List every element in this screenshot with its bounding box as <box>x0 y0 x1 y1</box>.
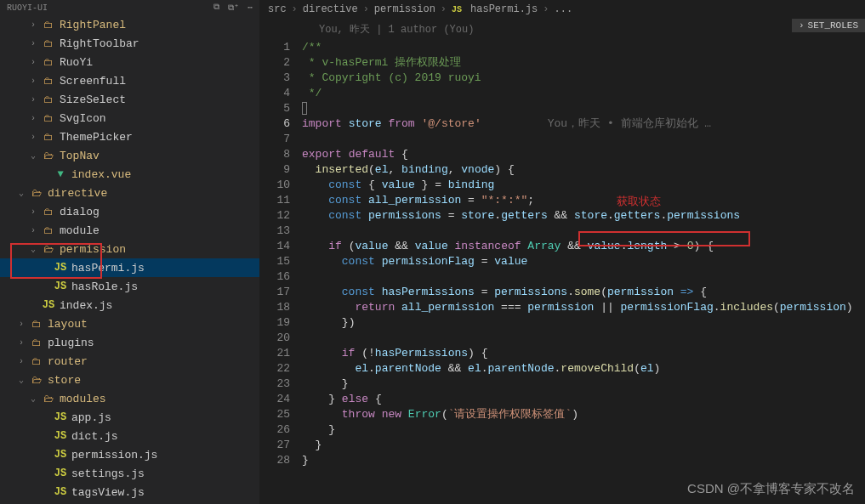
code-content[interactable]: /** * v-hasPermi 操作权限处理 * Copyright (c) … <box>302 40 865 504</box>
tree-item-label: router <box>48 355 88 368</box>
tree-item-permission[interactable]: ⌄🗁permission <box>0 240 259 258</box>
tree-item-dict-js[interactable]: JSdict.js <box>0 427 259 445</box>
line-gutter: 1234567891011121314151617181920212223242… <box>259 40 302 504</box>
tree-item-label: settings.js <box>71 467 145 480</box>
breadcrumb-segment[interactable]: src <box>268 3 287 15</box>
more-icon[interactable]: ⋯ <box>248 3 253 13</box>
tree-item-modules[interactable]: ⌄🗁modules <box>0 389 259 408</box>
js-icon: JS <box>53 430 68 442</box>
code-line-18[interactable]: return all_permission === permission || … <box>302 300 865 315</box>
folder-icon: 🗀 <box>41 112 56 125</box>
tree-item-SizeSelect[interactable]: ›🗀SizeSelect <box>0 90 259 109</box>
code-line-3[interactable]: * Copyright (c) 2019 ruoyi <box>302 71 865 86</box>
tree-item-label: index.js <box>60 299 112 312</box>
code-line-1[interactable]: /** <box>302 40 865 55</box>
code-line-27[interactable]: } <box>302 438 865 453</box>
tree-item-RuoYi[interactable]: ›🗀RuoYi <box>0 53 259 71</box>
code-line-19[interactable]: }) <box>302 315 865 331</box>
code-line-4[interactable]: */ <box>302 86 865 101</box>
tree-item-label: ThemePicker <box>60 131 133 144</box>
minimap-region-tag[interactable]: › SET_ROLES <box>792 19 865 32</box>
breadcrumb-segment[interactable]: permission <box>374 3 435 15</box>
tree-item-index-js[interactable]: JSindex.js <box>0 296 259 314</box>
code-line-16[interactable] <box>302 269 865 285</box>
folder-icon: 🗀 <box>41 19 56 31</box>
code-line-28[interactable]: } <box>302 453 865 468</box>
tree-item-RightPanel[interactable]: ›🗀RightPanel <box>0 15 259 34</box>
breadcrumb-segment[interactable]: hasPermi.js <box>470 3 538 15</box>
folder-icon: 🗀 <box>41 206 56 218</box>
tree-item-settings-js[interactable]: JSsettings.js <box>0 464 259 483</box>
tree-item-router[interactable]: ›🗀router <box>0 352 259 371</box>
folder-open-icon: 🗁 <box>29 374 44 387</box>
code-line-6[interactable]: import store from '@/store' You，昨天 • 前端仓… <box>302 116 865 132</box>
tree-item-permission-js[interactable]: JSpermission.js <box>0 445 259 464</box>
tree-item-app-js[interactable]: JSapp.js <box>0 408 259 427</box>
tree-item-hasRole-js[interactable]: JShasRole.js <box>0 277 259 296</box>
code-line-10[interactable]: const { value } = binding <box>302 178 865 193</box>
js-icon: JS <box>53 449 68 461</box>
folder-icon: 🗀 <box>29 355 44 368</box>
breadcrumb-segment[interactable]: ... <box>554 3 572 15</box>
code-line-24[interactable]: } else { <box>302 392 865 407</box>
tree-item-layout[interactable]: ›🗀layout <box>0 314 259 333</box>
code-line-9[interactable]: inserted(el, binding, vnode) { <box>302 162 865 178</box>
tree-item-module[interactable]: ›🗀module <box>0 221 259 240</box>
tree-item-tagsView-js[interactable]: JStagsView.js <box>0 483 259 501</box>
code-line-23[interactable]: } <box>302 377 865 392</box>
tree-item-label: SizeSelect <box>60 93 126 106</box>
code-line-11[interactable]: const all_permission = "*:*:*"; <box>302 193 865 208</box>
code-area[interactable]: 1234567891011121314151617181920212223242… <box>259 40 865 504</box>
code-line-2[interactable]: * v-hasPermi 操作权限处理 <box>302 55 865 71</box>
folder-icon: 🗀 <box>29 318 44 331</box>
folder-icon: 🗀 <box>41 37 56 50</box>
code-line-14[interactable]: if (value && value instanceof Array && v… <box>302 239 865 254</box>
new-file-icon[interactable]: ⧉ <box>213 3 219 13</box>
folder-open-icon: 🗁 <box>29 187 44 200</box>
tree-item-Screenfull[interactable]: ›🗀Screenfull <box>0 71 259 90</box>
tree-item-label: TopNav <box>60 150 100 162</box>
folder-icon: 🗀 <box>41 224 56 237</box>
tree-item-SvgIcon[interactable]: ›🗀SvgIcon <box>0 109 259 127</box>
tree-item-label: permission.js <box>71 449 157 462</box>
code-line-21[interactable]: if (!hasPermissions) { <box>302 346 865 361</box>
tree-item-plugins[interactable]: ›🗀plugins <box>0 333 259 352</box>
code-line-8[interactable]: export default { <box>302 147 865 162</box>
tree-item-label: plugins <box>48 337 94 349</box>
breadcrumb-separator: › <box>441 3 447 15</box>
code-line-26[interactable]: } <box>302 422 865 438</box>
tree-item-directive[interactable]: ⌄🗁directive <box>0 184 259 202</box>
tree-item-store[interactable]: ⌄🗁store <box>0 371 259 389</box>
js-icon: JS <box>53 262 68 274</box>
tree-item-label: Screenfull <box>60 75 126 88</box>
folder-icon: 🗀 <box>29 337 44 349</box>
code-line-5[interactable] <box>302 101 865 116</box>
js-icon: JS <box>53 486 68 498</box>
code-line-22[interactable]: el.parentNode && el.parentNode.removeChi… <box>302 361 865 377</box>
code-line-7[interactable] <box>302 132 865 147</box>
tree-item-TopNav[interactable]: ⌄🗁TopNav <box>0 146 259 165</box>
project-title: RUOYI-UI <box>7 3 48 13</box>
code-line-20[interactable] <box>302 331 865 346</box>
js-icon: JS <box>452 5 462 14</box>
code-line-25[interactable]: throw new Error(`请设置操作权限标签值`) <box>302 407 865 422</box>
code-line-15[interactable]: const permissionFlag = value <box>302 254 865 269</box>
tree-item-hasPermi-js[interactable]: JShasPermi.js <box>0 258 259 277</box>
js-icon: JS <box>53 467 68 479</box>
annotation-label: 获取状态 <box>617 194 661 209</box>
folder-icon: 🗀 <box>41 93 56 106</box>
code-line-12[interactable]: const permissions = store.getters && sto… <box>302 208 865 224</box>
breadcrumb-segment[interactable]: directive <box>303 3 358 15</box>
git-blame-header: You, 昨天 | 1 author (You) <box>259 19 865 40</box>
explorer-header: RUOYI-UI ⧉ ⧉⁺ ⋯ <box>0 0 259 15</box>
code-line-13[interactable] <box>302 224 865 239</box>
file-tree[interactable]: ›🗀RightPanel›🗀RightToolbar›🗀RuoYi›🗀Scree… <box>0 15 259 504</box>
tree-item-index-vue[interactable]: ▼index.vue <box>0 165 259 184</box>
new-folder-icon[interactable]: ⧉⁺ <box>228 3 239 13</box>
tree-item-ThemePicker[interactable]: ›🗀ThemePicker <box>0 127 259 146</box>
code-line-17[interactable]: const hasPermissions = permissions.some(… <box>302 285 865 300</box>
tree-item-RightToolbar[interactable]: ›🗀RightToolbar <box>0 34 259 53</box>
breadcrumb[interactable]: src›directive›permission›JShasPermi.js›.… <box>259 0 865 19</box>
tree-item-dialog[interactable]: ›🗀dialog <box>0 202 259 221</box>
tree-item-label: RuoYi <box>60 56 93 69</box>
